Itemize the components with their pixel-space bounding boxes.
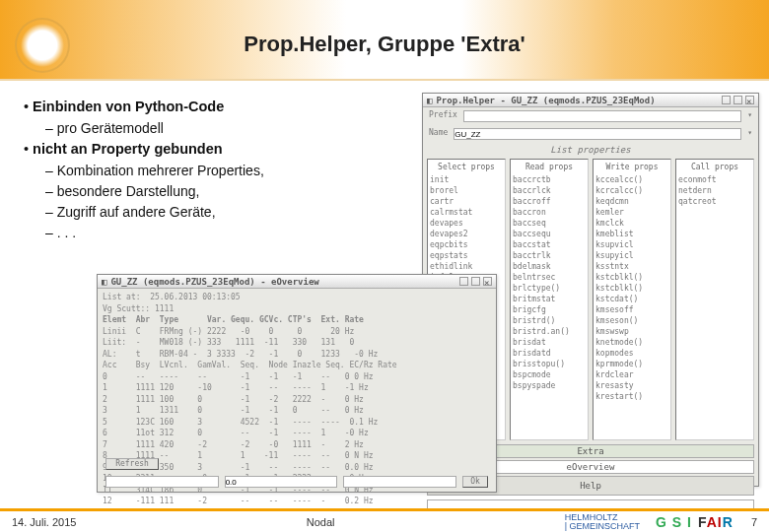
list-item[interactable]: kstcblkl() [595, 272, 668, 283]
window-title: Prop.Helper - GU_ZZ (eqmods.PZUS_23EqMod… [436, 96, 655, 105]
maximize-icon[interactable] [734, 96, 742, 104]
list-item[interactable]: bacctrlk [513, 250, 586, 261]
list-item[interactable]: bspcmode [513, 369, 586, 380]
list-item[interactable]: brisdatd [513, 348, 586, 359]
close-icon[interactable]: × [483, 277, 492, 286]
list-item[interactable]: ksupyicl [595, 250, 668, 261]
footer-date: 14. Juli. 2015 [12, 516, 76, 528]
prefix-input[interactable] [463, 110, 741, 122]
footer-mid: Nodal [76, 516, 564, 528]
list-item[interactable]: brisdat [513, 337, 586, 348]
param-input-2[interactable] [225, 476, 338, 488]
list-item[interactable]: kcrcalcc() [595, 185, 668, 196]
fair-logo: FAIR [698, 514, 734, 530]
list-item[interactable]: qatcreot [678, 196, 751, 207]
list-item[interactable]: econmoft [678, 174, 751, 185]
param-input-3[interactable] [343, 476, 456, 488]
minimize-icon[interactable] [722, 96, 731, 104]
list-item[interactable]: bdelmask [513, 261, 586, 272]
window-icon: ◧ [102, 277, 106, 287]
minimize-icon[interactable] [459, 277, 468, 286]
list-item[interactable]: britmstat [513, 294, 586, 304]
list-item[interactable]: kccealcc() [595, 174, 668, 185]
slide-title: Prop.Helper, Gruppe 'Extra' [0, 32, 769, 57]
list-item[interactable]: ethidlink [430, 261, 503, 272]
list-item[interactable]: eqpstats [430, 250, 503, 261]
list-item[interactable]: baccsequ [513, 229, 586, 239]
list-item[interactable]: ksupvicl [595, 239, 668, 250]
list-item[interactable]: cartr [430, 196, 503, 207]
list-item[interactable]: kmsesoff [595, 304, 668, 315]
list-item[interactable]: kresasty [595, 380, 668, 391]
ok-button[interactable]: Ok [462, 476, 488, 488]
list-item[interactable]: init [430, 174, 503, 185]
refresh-button[interactable]: Refresh [105, 458, 159, 470]
list-item[interactable]: ksstntx [595, 261, 668, 272]
list-item[interactable]: bspyspade [513, 380, 586, 391]
col-write[interactable]: Write props kccealcc()kcrcalcc()keqdcmnk… [593, 159, 671, 440]
list-properties-label: List properties [423, 143, 758, 157]
list-item[interactable]: baccseq [513, 218, 586, 229]
prophelper-titlebar: ◧ Prop.Helper - GU_ZZ (eqmods.PZUS_23EqM… [423, 94, 758, 107]
list-item[interactable]: kstcblkl() [595, 283, 668, 294]
list-item[interactable]: kmswswp [595, 326, 668, 337]
list-item[interactable]: bristrd.an() [513, 326, 586, 337]
window-icon: ◧ [427, 96, 432, 105]
list-item[interactable]: devapes [430, 218, 503, 229]
list-item[interactable]: kmeblist [595, 229, 668, 239]
list-item[interactable]: keqdcmn [595, 196, 668, 207]
col-call[interactable]: Call props econmoftnetdernqatcreot [675, 159, 754, 440]
name-label: Name [429, 128, 448, 140]
list-item[interactable]: eqpcbits [430, 239, 503, 250]
gsi-logo: G S I [656, 514, 692, 530]
list-item[interactable]: belntrsec [513, 272, 586, 283]
name-input[interactable] [454, 128, 741, 140]
list-item[interactable]: kstcdat() [595, 294, 668, 304]
list-item[interactable]: knetmode() [595, 337, 668, 348]
eoverview-titlebar: ◧ GU_ZZ (eqmods.PZUS_23EqMod) - eOvervie… [98, 275, 496, 289]
list-item[interactable]: kopmodes [595, 348, 668, 359]
list-item[interactable]: calrmstat [430, 207, 503, 218]
list-item[interactable]: kmclck [595, 218, 668, 229]
slide-footer: 14. Juli. 2015 Nodal HELMHOLTZ| GEMEINSC… [0, 508, 769, 532]
maximize-icon[interactable] [471, 277, 480, 286]
list-item[interactable]: devapes2 [430, 229, 503, 239]
list-item[interactable]: netdern [678, 185, 751, 196]
list-item[interactable]: kemler [595, 207, 668, 218]
prefix-label: Prefix [429, 110, 457, 122]
list-item[interactable]: bristrd() [513, 315, 586, 326]
list-item[interactable]: krdclear [595, 369, 668, 380]
col-read[interactable]: Read props baccrctbbaccrlckbaccroffbaccr… [510, 159, 589, 440]
list-item[interactable]: baccrlck [513, 185, 586, 196]
list-item[interactable]: brigcfg [513, 304, 586, 315]
list-item[interactable]: brorel [430, 185, 503, 196]
slide-header: Prop.Helper, Gruppe 'Extra' [0, 0, 769, 81]
name-dropdown-icon[interactable]: ▾ [747, 128, 752, 140]
list-item[interactable]: kprmmode() [595, 359, 668, 369]
list-item[interactable]: baccroff [513, 196, 586, 207]
eoverview-window: ◧ GU_ZZ (eqmods.PZUS_23EqMod) - eOvervie… [97, 274, 497, 493]
list-item[interactable]: krestart() [595, 391, 668, 402]
param-input-1[interactable] [105, 476, 219, 488]
list-item[interactable]: kmseson() [595, 315, 668, 326]
list-item[interactable]: brlctype() [513, 283, 586, 294]
helmholtz-logo: HELMHOLTZ| GEMEINSCHAFT [565, 513, 640, 531]
list-item[interactable]: baccrctb [513, 174, 586, 185]
prefix-dropdown-icon[interactable]: ▾ [747, 110, 752, 122]
window-title: GU_ZZ (eqmods.PZUS_23EqMod) - eOverview [110, 277, 318, 287]
list-item[interactable]: baccron [513, 207, 586, 218]
list-item[interactable]: brisstopu() [513, 359, 586, 369]
list-item[interactable]: baccstat [513, 239, 586, 250]
page-number: 7 [751, 516, 757, 528]
close-icon[interactable]: × [745, 96, 754, 104]
